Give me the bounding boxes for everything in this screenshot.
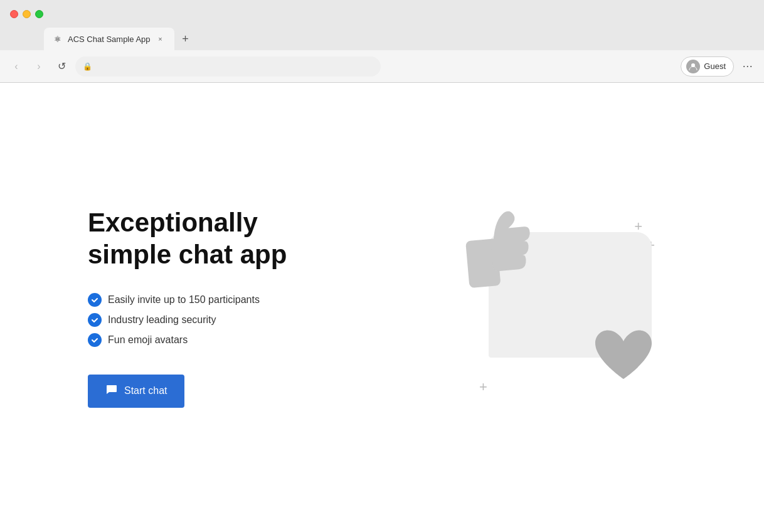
list-item: Easily invite up to 150 participants (88, 293, 314, 307)
tab-title: ACS Chat Sample App (68, 35, 151, 44)
nav-bar: ‹ › ↺ 🔒 Guest ··· (0, 50, 764, 83)
new-tab-button[interactable]: + (177, 30, 194, 48)
close-window-button[interactable] (10, 10, 18, 18)
maximize-window-button[interactable] (35, 10, 43, 18)
url-input[interactable] (96, 61, 373, 71)
traffic-lights (10, 10, 43, 18)
minimize-window-button[interactable] (23, 10, 31, 18)
feature-text-2: Industry leading security (108, 314, 216, 326)
check-icon-3 (88, 333, 102, 347)
plus-decoration-3: + (479, 379, 487, 395)
feature-text-1: Easily invite up to 150 participants (108, 294, 260, 306)
tab-bar: ⚛ ACS Chat Sample App × + (0, 28, 764, 50)
check-icon-1 (88, 293, 102, 307)
feature-text-3: Fun emoji avatars (108, 334, 188, 346)
browser-tab[interactable]: ⚛ ACS Chat Sample App × (44, 28, 174, 50)
browser-content: Exceptionally simple chat app Easily inv… (0, 83, 764, 532)
list-item: Industry leading security (88, 313, 314, 327)
title-bar (0, 0, 764, 28)
features-list: Easily invite up to 150 participants Ind… (88, 293, 314, 347)
tab-favicon: ⚛ (53, 34, 63, 44)
guest-button[interactable]: Guest (681, 56, 734, 77)
lock-icon: 🔒 (83, 62, 92, 71)
avatar (686, 60, 700, 73)
start-chat-button[interactable]: Start chat (88, 375, 184, 408)
list-item: Fun emoji avatars (88, 333, 314, 347)
hero-content: Exceptionally simple chat app Easily inv… (88, 207, 351, 408)
chat-icon (105, 383, 118, 399)
address-bar[interactable]: 🔒 (75, 56, 381, 77)
user-area: Guest ··· (681, 56, 756, 77)
page-wrapper: Exceptionally simple chat app Easily inv… (0, 83, 764, 532)
check-icon-2 (88, 313, 102, 327)
illustration-wrapper: + + + (438, 201, 677, 414)
reload-button[interactable]: ↺ (53, 58, 70, 75)
hero-illustration: + + + (351, 182, 764, 433)
tab-close-button[interactable]: × (156, 34, 166, 44)
heart-illustration (589, 326, 658, 402)
forward-button[interactable]: › (30, 58, 48, 75)
guest-label: Guest (704, 61, 726, 71)
thumbs-up-illustration (453, 198, 543, 310)
browser-window: ⚛ ACS Chat Sample App × + ‹ › ↺ 🔒 Guest (0, 0, 764, 532)
start-chat-label: Start chat (124, 385, 167, 396)
more-options-button[interactable]: ··· (739, 58, 756, 75)
hero-title: Exceptionally simple chat app (88, 207, 314, 270)
back-button[interactable]: ‹ (8, 58, 25, 75)
